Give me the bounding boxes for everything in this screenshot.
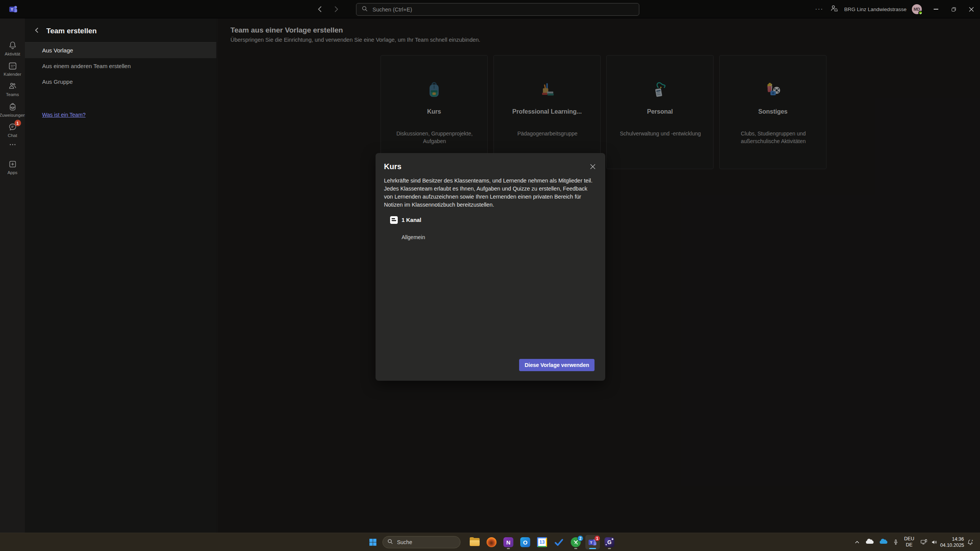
chat-icon: 1 (8, 122, 18, 132)
start-button[interactable] (366, 535, 380, 549)
file-explorer-button[interactable] (467, 535, 482, 549)
maximize-restore-button[interactable] (945, 0, 962, 18)
windows-logo-icon (368, 538, 377, 547)
rail-label-teams: Teams (6, 92, 19, 97)
avatar[interactable]: MD (912, 4, 922, 14)
chevron-up-icon (854, 539, 861, 546)
microphone-icon (892, 538, 899, 546)
what-is-a-team-link[interactable]: Was ist ein Team? (42, 112, 86, 118)
activity-bell-icon (8, 41, 18, 51)
taskbar-search-input[interactable] (397, 539, 454, 545)
svg-text:z: z (972, 539, 973, 541)
todo-check-icon (554, 537, 564, 547)
language-indicator[interactable]: DEU DE (901, 533, 917, 551)
tray-date: 04.10.2025 (940, 542, 964, 548)
rail-item-assignments[interactable]: Zuweisungen (0, 102, 25, 117)
teams-taskbar-button[interactable]: T 1 (585, 535, 600, 549)
xbox-button[interactable]: 2 (568, 535, 583, 549)
network-tray-button[interactable] (918, 533, 929, 551)
outlook-icon: O (520, 537, 530, 547)
cloud-status-button[interactable] (864, 533, 876, 551)
apps-icon (8, 159, 18, 169)
rail-label-calendar: Kalender (3, 72, 21, 77)
dialog-title: Kurs (384, 162, 402, 171)
rail-label-assignments: Zuweisungen (0, 113, 26, 117)
search-input[interactable] (372, 7, 617, 13)
search-icon (387, 539, 393, 546)
titlebar-search[interactable] (356, 3, 639, 16)
g-app-icon: G (604, 537, 614, 547)
back-chevron-icon[interactable] (34, 27, 39, 35)
use-template-button[interactable]: Diese Vorlage verwenden (519, 359, 595, 371)
clock[interactable]: 14:36 04.10.2025 (940, 533, 964, 551)
teams-window: T ··· BRG (0, 0, 980, 551)
restore-icon (952, 7, 956, 11)
more-dots-icon (8, 141, 18, 150)
running-indicator (608, 548, 611, 549)
assignments-backpack-icon (8, 102, 18, 112)
notification-bell-button[interactable]: z (965, 533, 976, 551)
onenote-icon: N (503, 537, 513, 547)
channel-name: Allgemein (402, 234, 425, 240)
search-icon (362, 6, 368, 13)
app-rail: Aktivität Kalender Teams Zuweisungen 1 (0, 18, 25, 533)
running-indicator (507, 548, 510, 549)
active-window-indicator (589, 548, 596, 549)
volume-tray-button[interactable] (929, 533, 940, 551)
person-bell-icon[interactable] (830, 4, 839, 15)
taskbar-search[interactable] (382, 536, 461, 548)
rail-item-teams[interactable]: Teams (0, 81, 25, 97)
calendar-app-button[interactable]: 13 (535, 535, 549, 549)
more-options-icon[interactable]: ··· (809, 6, 830, 13)
panel-title: Team erstellen (46, 27, 97, 35)
title-bar: T ··· BRG (0, 0, 980, 18)
notification-bell-zzz-icon: z (967, 538, 974, 546)
rail-item-activity[interactable]: Aktivität (0, 41, 25, 56)
rail-label-chat: Chat (8, 133, 17, 138)
outlook-button[interactable]: O (518, 535, 532, 549)
panel-item-aus-anderem-team[interactable]: Aus einem anderen Team erstellen (25, 58, 216, 74)
rail-item-more[interactable] (0, 141, 25, 150)
minimize-button[interactable] (927, 0, 945, 18)
back-arrow-icon[interactable] (317, 5, 323, 15)
teams-logo-icon: T (8, 4, 18, 14)
svg-text:T: T (11, 7, 13, 11)
rail-item-apps[interactable]: Apps (0, 159, 25, 175)
tray-chevron-button[interactable] (851, 533, 863, 551)
channel-icon (390, 216, 398, 224)
svg-text:T: T (590, 540, 592, 544)
dialog-description: Lehrkräfte sind Besitzer des Klassenteam… (384, 177, 595, 209)
onedrive-button[interactable] (877, 533, 890, 551)
firefox-button[interactable] (484, 535, 499, 549)
tray-time: 14:36 (940, 536, 964, 542)
panel-item-aus-vorlage[interactable]: Aus Vorlage (25, 42, 216, 58)
forward-arrow-icon[interactable] (333, 5, 339, 15)
xbox-badge: 2 (577, 535, 583, 541)
firefox-icon (487, 537, 497, 547)
panel-item-aus-gruppe[interactable]: Aus Gruppe (25, 74, 216, 90)
teams-badge: 1 (594, 535, 600, 541)
close-button[interactable] (962, 0, 980, 18)
todo-button[interactable] (552, 535, 566, 549)
dialog-close-button[interactable] (588, 162, 597, 171)
rail-item-chat[interactable]: 1 Chat (0, 122, 25, 138)
teams-app-icon: T 1 (588, 537, 598, 547)
onedrive-cloud-icon (880, 541, 887, 544)
close-icon (969, 7, 974, 12)
calendar-icon (8, 61, 18, 71)
chat-badge: 1 (15, 120, 21, 126)
onenote-button[interactable]: N (501, 535, 516, 549)
channel-count-label: 1 Kanal (402, 217, 421, 223)
keyboard-layout: DE (904, 542, 914, 548)
file-explorer-icon (470, 538, 480, 546)
g-app-button[interactable]: G (602, 535, 617, 549)
close-icon (590, 164, 596, 170)
channel-count-row: 1 Kanal (390, 216, 421, 224)
microphone-tray-button[interactable] (890, 533, 901, 551)
running-indicator (574, 548, 577, 549)
create-team-panel: Team erstellen Aus Vorlage Aus einem and… (25, 18, 217, 533)
rail-label-apps: Apps (7, 170, 17, 175)
network-icon (920, 538, 928, 546)
rail-item-calendar[interactable]: Kalender (0, 61, 25, 77)
org-name[interactable]: BRG Linz Landwiedstrasse (844, 7, 906, 12)
